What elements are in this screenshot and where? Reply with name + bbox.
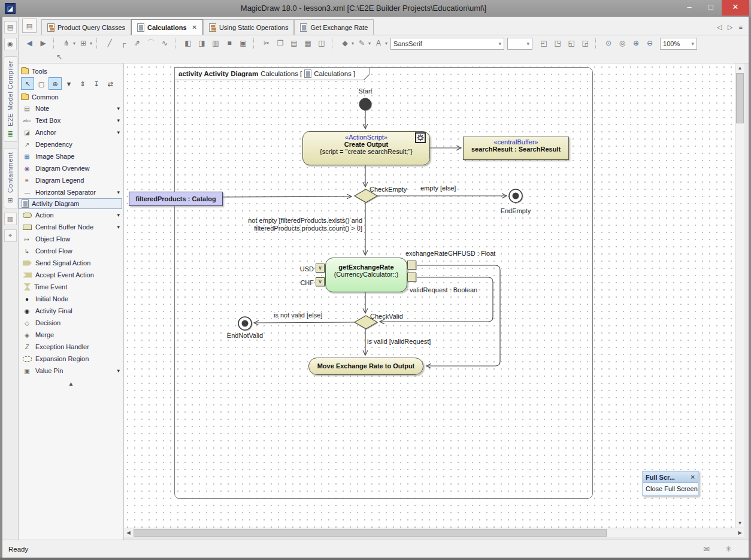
distribute-tool-button[interactable]: ⇕: [76, 77, 89, 90]
palette-item-text-box[interactable]: abcText Box▾: [19, 114, 123, 126]
font-family-select[interactable]: SansSerif ▾: [390, 38, 504, 50]
tab-e2e-model-compiler[interactable]: E2E Model Compiler ≣: [4, 56, 17, 142]
fullscreen-close-icon[interactable]: ✕: [691, 474, 695, 480]
palette-item-merge[interactable]: ◈Merge: [19, 329, 123, 341]
forward-button[interactable]: ▶: [37, 38, 49, 50]
chevron-down-icon[interactable]: ▾: [117, 212, 120, 218]
paste-button[interactable]: ▤: [288, 38, 300, 50]
palette-item-diagram-legend[interactable]: ≡Diagram Legend: [19, 174, 123, 186]
palette-item-action[interactable]: Action▾: [19, 209, 123, 221]
tab-product-query-classes[interactable]: Product Query Classes: [41, 19, 131, 35]
fit-size-button[interactable]: ▣: [237, 38, 249, 50]
line-color-button[interactable]: ✎: [356, 38, 368, 50]
palette-item-time-event[interactable]: Time Event: [19, 281, 123, 293]
palette-item-expansion-region[interactable]: Expansion Region: [19, 353, 123, 365]
zoom-actual-button[interactable]: ⊙: [602, 38, 614, 50]
edge-filteredproducts-to-checkempty[interactable]: [223, 196, 352, 197]
palette-item-anchor[interactable]: ◪Anchor▾: [19, 126, 123, 138]
select-tool-button[interactable]: ↖: [21, 77, 34, 90]
tab-get-exchange-rate[interactable]: Get Exchange Rate: [294, 19, 374, 35]
final-node-endempty[interactable]: [509, 189, 522, 202]
font-color-button[interactable]: A: [373, 38, 384, 50]
palette-item-image-shape[interactable]: ▦Image Shape: [19, 150, 123, 162]
palette-item-activity-final[interactable]: ◉Activity Final: [19, 305, 123, 317]
chevron-down-icon[interactable]: ▾: [117, 368, 120, 374]
layout-dropdown-icon[interactable]: ▾: [73, 41, 75, 46]
search-icon[interactable]: ⌖: [4, 229, 17, 242]
resize-height-button[interactable]: ◨: [196, 38, 208, 50]
bring-forward-button[interactable]: ◰: [538, 38, 550, 50]
action-move-exchange-rate[interactable]: Move Exchange Rate to Output: [308, 358, 423, 375]
action-create-output[interactable]: «ActionScript» Create Output {script = "…: [302, 131, 430, 165]
path-rectilinear-button[interactable]: ┌: [117, 38, 129, 50]
structure-panel-icon[interactable]: ▥: [4, 213, 17, 225]
maximize-button[interactable]: □: [700, 0, 722, 16]
tab-close-icon[interactable]: ✕: [192, 24, 197, 31]
zoom-level-select[interactable]: 100% ▾: [660, 38, 697, 50]
scroll-left-icon[interactable]: ◀: [124, 528, 133, 537]
horizontal-scroll-thumb[interactable]: [134, 529, 607, 537]
edge-exchangerate-pin-to-move[interactable]: [417, 265, 500, 366]
close-button[interactable]: ✕: [722, 0, 749, 16]
copy-button[interactable]: ❐: [274, 38, 286, 50]
dock-panel-icon[interactable]: ▤: [4, 21, 17, 34]
palette-item-exception-handler[interactable]: ZException Handler: [19, 341, 123, 353]
palette-item-initial-node[interactable]: ●Initial Node: [19, 293, 123, 305]
central-buffer-searchresult[interactable]: «centralBuffer» searchResult : SearchRes…: [463, 137, 569, 160]
tab-using-static-operations[interactable]: Using Static Operations: [203, 19, 295, 35]
value-pin-usd[interactable]: ∨: [316, 264, 325, 273]
chevron-down-icon[interactable]: ▾: [117, 105, 120, 111]
path-breakpoint-button[interactable]: ⇗: [131, 38, 143, 50]
vertical-scroll-thumb[interactable]: [736, 73, 744, 123]
zoom-out-button[interactable]: ⊖: [644, 38, 656, 50]
vertical-scrollbar[interactable]: ▲ ▼: [735, 63, 744, 528]
final-node-endnotvalid[interactable]: [238, 317, 252, 330]
palette-header-activity-diagram[interactable]: Activity Diagram: [19, 198, 122, 209]
select-drawn-button[interactable]: ◱: [565, 38, 577, 50]
value-pin-chf[interactable]: ∨: [316, 277, 325, 286]
palette-item-value-pin[interactable]: ▣Value Pin▾: [19, 365, 123, 377]
palette-item-dependency[interactable]: ↗Dependency: [19, 138, 123, 150]
palette-item-accept-event-action[interactable]: Accept Event Action: [19, 269, 123, 281]
palette-header-common[interactable]: Common: [19, 92, 123, 102]
palette-item-object-flow[interactable]: ↦Object Flow: [19, 233, 123, 245]
windows-panel-icon[interactable]: ▤: [22, 19, 37, 33]
delete-button[interactable]: ▦: [302, 38, 314, 50]
fill-color-button[interactable]: ◆: [339, 38, 351, 50]
palette-item-note[interactable]: ▤Note▾: [19, 102, 123, 114]
zoom-view-icon[interactable]: ◉: [4, 38, 17, 50]
chevron-down-icon[interactable]: ▾: [117, 224, 120, 230]
palette-item-control-flow[interactable]: ↳Control Flow: [19, 245, 123, 257]
tab-scroll-left-icon[interactable]: ◁: [717, 23, 722, 31]
layout-tree-button[interactable]: ⋔: [60, 38, 72, 50]
edge-checkvalid-to-endnotvalid[interactable]: [254, 322, 355, 323]
path-oblique-button[interactable]: ╱: [104, 38, 116, 50]
line-color-dropdown-icon[interactable]: ▾: [368, 41, 371, 46]
tab-containment[interactable]: Containment ⊞: [4, 148, 17, 208]
output-pin-exchangerate[interactable]: [407, 261, 416, 270]
palette-item-decision[interactable]: ◇Decision: [19, 317, 123, 329]
scroll-right-icon[interactable]: ▶: [735, 528, 744, 537]
send-backward-button[interactable]: ◳: [552, 38, 564, 50]
same-size-button[interactable]: ■: [223, 38, 235, 50]
cut-button[interactable]: ✂: [261, 38, 272, 50]
tab-scroll-right-icon[interactable]: ▷: [728, 23, 732, 31]
font-color-dropdown-icon[interactable]: ▾: [385, 41, 387, 46]
chevron-down-icon[interactable]: ▾: [117, 189, 120, 195]
palette-item-horizontal-separator[interactable]: ----Horizontal Separator▾: [19, 186, 123, 198]
compress-tool-button[interactable]: ↧: [90, 77, 103, 90]
add-dropdown-icon[interactable]: ▾: [90, 41, 92, 46]
path-spline-button[interactable]: ∿: [159, 38, 171, 50]
chevron-down-icon[interactable]: ▾: [117, 129, 120, 135]
zoom-fit-button[interactable]: ◎: [616, 38, 628, 50]
zoom-in-button[interactable]: ⊕: [630, 38, 642, 50]
initial-node-start[interactable]: [359, 98, 371, 110]
chevron-down-icon[interactable]: ▾: [117, 117, 120, 123]
clone-button[interactable]: ◫: [316, 38, 328, 50]
output-pin-validrequest[interactable]: [407, 273, 416, 281]
resize-width-button[interactable]: ◧: [182, 38, 194, 50]
marquee-tool-button[interactable]: ▢: [35, 77, 48, 90]
stamp-tool-button[interactable]: ▼: [62, 77, 75, 90]
palette-item-central-buffer-node[interactable]: Central Buffer Node▾: [19, 221, 123, 233]
font-size-select[interactable]: ▾: [507, 38, 532, 50]
